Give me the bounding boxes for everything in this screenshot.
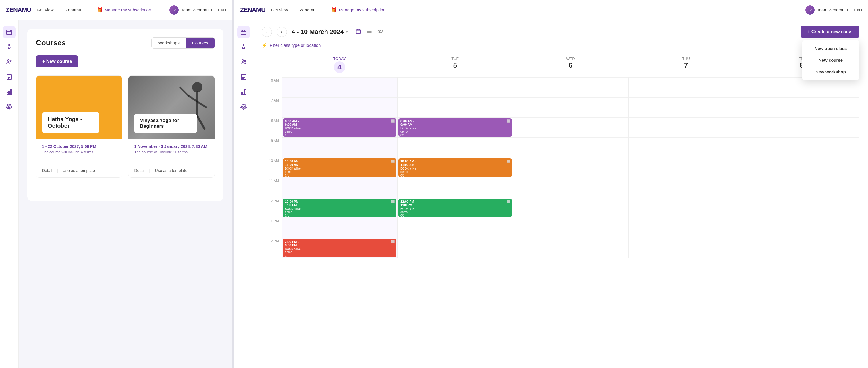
right-sidebar-members[interactable] bbox=[237, 56, 250, 68]
day-col-5: 8:00 AM -9:00 AM BOOK a livedemo 0/1 ⬜ 1… bbox=[397, 77, 513, 258]
event-4-12pm[interactable]: 12:00 PM -1:00 PM BOOK a livedemo 0/1 ⬜ bbox=[283, 199, 396, 217]
time-9am: 9 AM bbox=[262, 137, 282, 158]
event-5-10am[interactable]: 10:00 AM -11:00 AM BOOK a livedemo 0/1 ⬜ bbox=[398, 159, 512, 177]
event-5-12pm-icon: ⬜ bbox=[507, 200, 510, 203]
event-4-8am[interactable]: 8:00 AM -9:00 AM BOOK a livedemo 0/1 ⬜ bbox=[283, 118, 396, 137]
left-lang[interactable]: EN ▾ bbox=[218, 7, 226, 12]
event-4-10am-title: BOOK a livedemo bbox=[285, 167, 394, 173]
cell-4-6am bbox=[282, 77, 397, 97]
dropdown-new-open-class[interactable]: New open class bbox=[802, 42, 859, 54]
right-team-avatar: TZ bbox=[805, 5, 814, 14]
tab-workshops[interactable]: Workshops bbox=[152, 38, 186, 48]
filter-icon: ⚡ bbox=[262, 42, 268, 48]
dropdown-new-workshop[interactable]: New workshop bbox=[802, 66, 859, 78]
right-lang[interactable]: EN ▾ bbox=[854, 7, 862, 12]
cell-6-10am bbox=[513, 158, 628, 178]
svg-point-49 bbox=[380, 30, 381, 32]
event-5-12pm[interactable]: 12:00 PM -1:00 PM BOOK a livedemo 0/1 ⬜ bbox=[398, 199, 512, 217]
cell-5-7am bbox=[398, 97, 513, 118]
sidebar-item-analytics[interactable] bbox=[3, 86, 16, 98]
left-get-view[interactable]: Get view bbox=[37, 7, 54, 12]
event-4-12pm-count: 0/1 bbox=[285, 214, 394, 217]
cal-day-label-7: THU bbox=[682, 57, 690, 61]
right-nav-dots[interactable]: ··· bbox=[321, 7, 326, 13]
event-4-2pm[interactable]: 2:00 PM -3:00 PM BOOK a livedemo 0/1 ⬜ bbox=[283, 239, 396, 257]
right-sidebar-settings[interactable] bbox=[237, 100, 250, 113]
event-4-10am-count: 0/1 bbox=[285, 174, 394, 177]
course-card-1-detail[interactable]: Detail bbox=[42, 168, 52, 173]
sep: | bbox=[57, 168, 58, 173]
cal-icon-calendar[interactable] bbox=[354, 27, 363, 37]
time-12pm: 12 PM bbox=[262, 198, 282, 218]
courses-title: Courses bbox=[36, 38, 66, 47]
left-team[interactable]: TZ Team Zenamu ▾ bbox=[169, 5, 212, 14]
sidebar-item-reports[interactable] bbox=[3, 71, 16, 83]
courses-grid: Hatha Yoga - October 1 - 22 October 2027… bbox=[36, 75, 215, 178]
event-4-10am[interactable]: 10:00 AM -11:00 AM BOOK a livedemo 0/1 ⬜ bbox=[283, 159, 396, 177]
sidebar-item-settings[interactable] bbox=[3, 100, 16, 113]
new-course-button[interactable]: + New course bbox=[36, 56, 79, 67]
course-card-2-detail[interactable]: Detail bbox=[134, 168, 145, 173]
course-card-1-image: Hatha Yoga - October bbox=[36, 76, 122, 139]
right-sidebar-class[interactable] bbox=[237, 41, 250, 54]
cal-icon-list[interactable] bbox=[365, 27, 373, 37]
event-5-12pm-title: BOOK a livedemo bbox=[400, 207, 510, 213]
filter-bar[interactable]: ⚡ Filter class type or location bbox=[262, 42, 859, 48]
svg-point-8 bbox=[10, 60, 11, 62]
right-nav-zenamu[interactable]: Zenamu bbox=[300, 7, 315, 12]
tab-courses[interactable]: Courses bbox=[186, 38, 215, 48]
cal-prev-btn[interactable]: ‹ bbox=[262, 27, 272, 37]
cell-7-10am bbox=[629, 158, 744, 178]
svg-line-19 bbox=[189, 96, 197, 102]
course-card-2-template[interactable]: Use as a template bbox=[155, 168, 187, 173]
svg-rect-14 bbox=[9, 91, 10, 94]
left-content: Courses Workshops Courses + New course H… bbox=[19, 20, 232, 368]
right-subscription[interactable]: 🎁 Manage my subscription bbox=[331, 7, 385, 13]
svg-point-40 bbox=[243, 106, 244, 108]
event-4-8am-title: BOOK a livedemo bbox=[285, 127, 394, 133]
event-5-8am[interactable]: 8:00 AM -9:00 AM BOOK a livedemo 0/1 ⬜ bbox=[398, 118, 512, 137]
sidebar-item-members[interactable] bbox=[3, 56, 16, 68]
svg-rect-38 bbox=[243, 91, 244, 94]
right-get-view[interactable]: Get view bbox=[271, 7, 288, 12]
cal-date-range[interactable]: 4 - 10 March 2024 ▾ bbox=[291, 28, 347, 36]
dropdown-new-course[interactable]: New course bbox=[802, 54, 859, 66]
cal-day-num-6: 6 bbox=[513, 61, 628, 69]
cal-day-label-6: WED bbox=[566, 57, 575, 61]
course-card-2: Vinyasa Yoga for Beginners 1 November - … bbox=[128, 75, 215, 178]
right-logo: ZENAMU bbox=[240, 6, 266, 14]
time-6am: 6 AM bbox=[262, 77, 282, 97]
course-card-1-date: 1 - 22 October 2027, 5:00 PM bbox=[42, 144, 116, 149]
right-sidebar-calendar[interactable] bbox=[237, 26, 250, 38]
cal-day-num-7: 7 bbox=[628, 61, 744, 69]
left-nav-dots[interactable]: ··· bbox=[87, 7, 91, 13]
svg-rect-0 bbox=[7, 30, 12, 35]
event-5-8am-icon: ⬜ bbox=[507, 120, 510, 123]
left-subscription[interactable]: 🎁 Manage my subscription bbox=[97, 7, 151, 13]
event-5-12pm-time: 12:00 PM -1:00 PM bbox=[400, 200, 510, 207]
calendar-grid: TODAY 4 TUE 5 WED 6 THU bbox=[262, 54, 859, 258]
course-card-2-date: 1 November - 3 January 2028, 7:30 AM bbox=[134, 144, 209, 149]
right-team[interactable]: TZ Team Zenamu ▾ bbox=[805, 5, 848, 14]
cal-icon-eye[interactable] bbox=[376, 27, 384, 37]
sidebar-item-calendar[interactable] bbox=[3, 26, 16, 38]
calendar-header: ‹ › 4 - 10 March 2024 ▾ bbox=[262, 26, 859, 38]
cal-next-btn[interactable]: › bbox=[277, 27, 287, 37]
event-5-10am-icon: ⬜ bbox=[507, 160, 510, 163]
right-sidebar-reports[interactable] bbox=[237, 71, 250, 83]
svg-rect-41 bbox=[356, 30, 361, 33]
create-class-button[interactable]: + Create a new class New open class New … bbox=[801, 26, 859, 38]
right-gift-icon: 🎁 bbox=[331, 7, 337, 13]
right-team-chevron: ▾ bbox=[847, 8, 848, 11]
event-5-8am-title: BOOK a livedemo bbox=[400, 127, 510, 133]
course-card-2-actions: Detail | Use as a template bbox=[128, 164, 214, 177]
cal-day-header-5: TUE 5 bbox=[397, 54, 513, 77]
course-card-1-template[interactable]: Use as a template bbox=[63, 168, 95, 173]
event-4-10am-icon: ⬜ bbox=[391, 160, 395, 163]
right-sidebar-analytics[interactable] bbox=[237, 86, 250, 98]
sidebar-item-class[interactable] bbox=[3, 41, 16, 54]
left-nav-zenamu[interactable]: Zenamu bbox=[65, 7, 81, 12]
cell-6-6am bbox=[513, 77, 628, 97]
right-nav-divider bbox=[293, 7, 294, 13]
event-5-12pm-count: 0/1 bbox=[400, 214, 510, 217]
